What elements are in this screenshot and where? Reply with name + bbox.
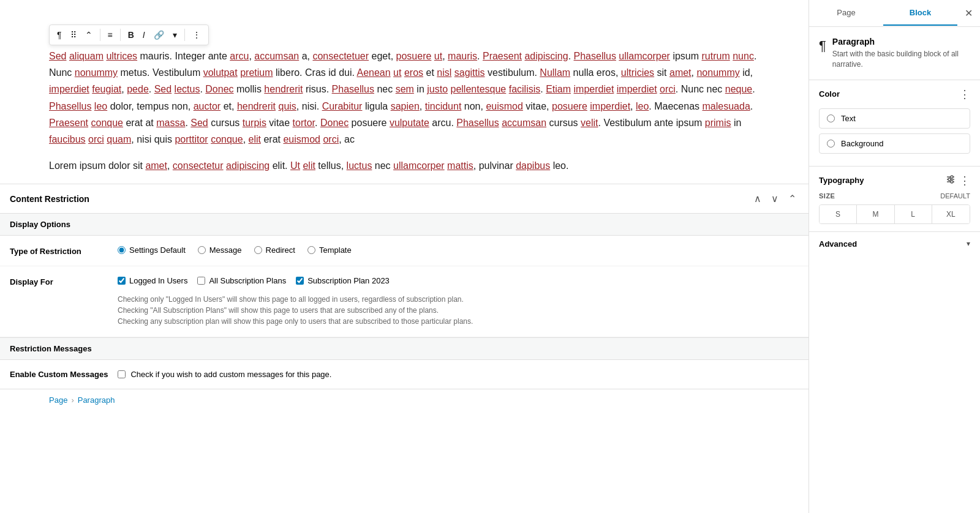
content-restriction-header[interactable]: Content Restriction ∧ ∨ ⌃	[0, 184, 809, 214]
tab-block[interactable]: Block	[883, 1, 957, 26]
toolbar-separator-1	[100, 29, 100, 41]
radio-redirect[interactable]: Redirect	[254, 245, 295, 255]
bottom-panel: Content Restriction ∧ ∨ ⌃ Display Option…	[0, 184, 809, 389]
custom-messages-row: Enable Custom Messages Check if you wish…	[0, 360, 809, 389]
radio-template-label: Template	[319, 245, 352, 255]
size-s-button[interactable]: S	[820, 205, 857, 223]
radio-message-label: Message	[209, 245, 242, 255]
typography-controls: ⋮	[946, 174, 970, 187]
toolbar-separator-2	[120, 29, 121, 41]
typography-sliders-button[interactable]	[946, 174, 956, 186]
size-l-button[interactable]: L	[895, 205, 932, 223]
advanced-section: Advanced ▾	[809, 232, 980, 256]
right-sidebar: Page Block ✕ ¶ Paragraph Start with the …	[809, 0, 980, 513]
sidebar-block-info: ¶ Paragraph Start with the basic buildin…	[809, 27, 980, 80]
color-section: Color ⋮ Text Background	[809, 80, 980, 167]
size-default-row: SIZE DEFAULT	[819, 192, 970, 200]
type-restriction-radio-group: Settings Default Message Redirect T	[118, 245, 352, 255]
advanced-header[interactable]: Advanced ▾	[819, 239, 970, 249]
color-section-header: Color ⋮	[819, 88, 970, 101]
collapse-up-button[interactable]: ∧	[752, 192, 764, 206]
typography-header: Typography ⋮	[819, 174, 970, 187]
editor-area: ¶ ⠿ ⌃ ≡ B I 🔗 ▾	[0, 0, 809, 513]
hint-2: Checking "All Subscription Plans" will s…	[118, 305, 473, 316]
collapse-down-button[interactable]: ∨	[769, 192, 781, 206]
display-for-label: Display For	[10, 276, 108, 286]
display-options-title: Display Options	[10, 220, 70, 229]
move-icon: ⌃	[85, 30, 92, 40]
advanced-chevron-icon: ▾	[967, 239, 970, 248]
type-restriction-row: Type of Restriction Settings Default Mes…	[0, 236, 809, 266]
type-restriction-controls: Settings Default Message Redirect T	[118, 245, 352, 255]
italic-button[interactable]: I	[139, 28, 149, 42]
content-restriction-title: Content Restriction	[10, 194, 89, 204]
display-for-controls: Logged In Users All Subscription Plans S…	[118, 276, 473, 327]
hint-text: Checking only "Logged In Users" will sho…	[118, 294, 473, 327]
block-toolbar[interactable]: ¶ ⠿ ⌃ ≡ B I 🔗 ▾	[49, 24, 209, 45]
enable-custom-checkbox[interactable]	[118, 370, 126, 378]
paragraph-icon-button[interactable]: ¶	[53, 28, 66, 42]
advanced-title: Advanced	[819, 239, 857, 249]
breadcrumb: Page › Paragraph	[0, 389, 809, 411]
more-dots-icon: ⋮	[192, 30, 201, 40]
breadcrumb-current: Paragraph	[78, 395, 115, 405]
radio-redirect-label: Redirect	[266, 245, 295, 255]
color-menu-button[interactable]: ⋮	[959, 88, 970, 101]
display-for-checkbox-group: Logged In Users All Subscription Plans S…	[118, 276, 473, 285]
more-menu-button[interactable]: ⋮	[189, 28, 205, 42]
drag-icon: ⠿	[70, 30, 77, 40]
display-options-bar: Display Options	[0, 214, 809, 236]
color-text-option[interactable]: Text	[819, 108, 970, 129]
checkbox-logged-in[interactable]: Logged In Users	[118, 276, 187, 285]
restriction-messages-bar: Restriction Messages	[0, 337, 809, 360]
svg-point-3	[948, 178, 951, 181]
size-label: SIZE	[819, 192, 835, 200]
block-info-text: Paragraph Start with the basic building …	[832, 37, 970, 70]
more-options-dropdown[interactable]: ▾	[169, 28, 181, 42]
svg-point-1	[951, 176, 953, 178]
checkbox-sub-2023-label: Subscription Plan 2023	[307, 276, 390, 285]
size-grid: S M L XL	[819, 204, 970, 224]
color-background-option[interactable]: Background	[819, 133, 970, 154]
color-background-radio[interactable]	[827, 140, 835, 148]
enable-custom-checkbox-label: Check if you wish to add custom messages…	[130, 370, 331, 379]
restriction-messages-title: Restriction Messages	[10, 344, 92, 353]
display-for-row: Display For Logged In Users All Subscrip…	[0, 266, 809, 337]
sidebar-close-button[interactable]: ✕	[957, 0, 980, 26]
type-restriction-label: Type of Restriction	[10, 245, 108, 256]
radio-message[interactable]: Message	[198, 245, 242, 255]
color-section-title: Color	[819, 89, 840, 99]
breadcrumb-separator: ›	[71, 395, 74, 405]
move-up-down-button[interactable]: ⌃	[81, 28, 96, 42]
checkbox-sub-2023[interactable]: Subscription Plan 2023	[296, 276, 390, 285]
checkbox-all-plans-label: All Subscription Plans	[209, 276, 286, 285]
block-description: Start with the basic building block of a…	[832, 49, 970, 70]
color-text-label: Text	[841, 114, 856, 123]
typography-section: Typography ⋮	[809, 167, 980, 232]
link-button[interactable]: 🔗	[150, 28, 168, 42]
size-xl-button[interactable]: XL	[932, 205, 970, 223]
hint-3: Checking any subscription plan will show…	[118, 316, 473, 327]
typography-menu-button[interactable]: ⋮	[959, 174, 970, 187]
typography-title: Typography	[819, 176, 864, 185]
block-type-icon: ¶	[819, 38, 826, 54]
tab-page[interactable]: Page	[809, 1, 883, 26]
size-m-button[interactable]: M	[857, 205, 894, 223]
enable-custom-label: Enable Custom Messages	[10, 370, 108, 379]
toolbar-separator-3	[184, 29, 185, 41]
checkbox-all-plans[interactable]: All Subscription Plans	[197, 276, 286, 285]
size-default-value: DEFAULT	[940, 192, 970, 200]
paragraph-2: Lorem ipsum dolor sit amet, consectetur …	[49, 157, 760, 174]
sidebar-tabs-bar: Page Block ✕	[809, 0, 980, 27]
breadcrumb-page-link[interactable]: Page	[49, 395, 67, 405]
color-text-radio[interactable]	[827, 114, 835, 122]
enable-custom-control: Check if you wish to add custom messages…	[118, 370, 331, 379]
radio-template[interactable]: Template	[307, 245, 352, 255]
drag-handle-button[interactable]: ⠿	[67, 28, 80, 42]
radio-settings-default[interactable]: Settings Default	[118, 245, 186, 255]
block-title: Paragraph	[832, 37, 970, 47]
link-icon: 🔗	[154, 30, 164, 40]
align-button[interactable]: ≡	[104, 28, 116, 42]
bold-button[interactable]: B	[124, 28, 138, 42]
collapse-toggle-button[interactable]: ⌃	[786, 192, 799, 206]
